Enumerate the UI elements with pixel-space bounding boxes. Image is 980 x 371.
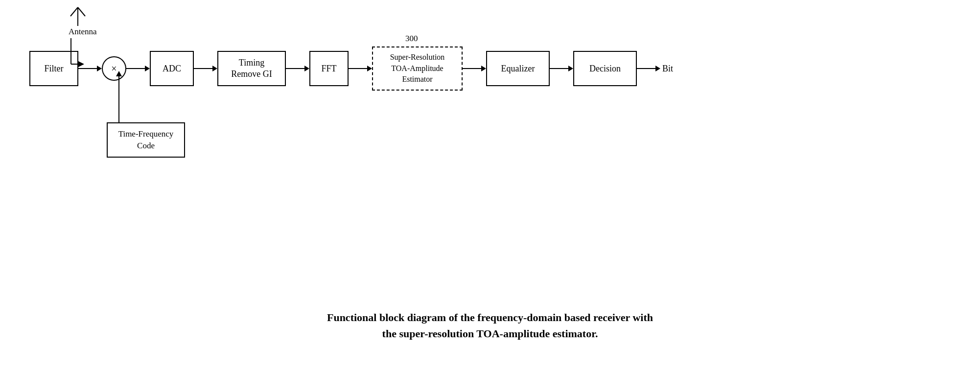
equalizer-block: Equalizer [486,51,550,86]
arrow-multiply-adc [126,66,150,71]
timing-remove-block: TimingRemove GI [217,51,286,86]
arrow-filter-multiply [78,66,102,71]
fft-block: FFT [309,51,349,86]
label-300: 300 [405,34,418,44]
diagram-container: Filter × ADC TimingRemove GI [29,15,950,220]
arrow-adc-timing [194,66,217,71]
multiply-symbol: × [111,63,117,74]
decision-label: Decision [589,64,621,74]
fft-label: FFT [321,64,336,74]
equalizer-label: Equalizer [501,64,535,74]
caption-line2: the super-resolution TOA-amplitude estim… [49,325,931,342]
multiply-block: × [102,56,126,81]
main-flow-row: Filter × ADC TimingRemove GI [29,46,673,91]
arrow-equalizer-decision [550,66,573,71]
super-resolution-label: Super-ResolutionTOA-AmplitudeEstimator [390,52,445,85]
bit-label: Bit [662,64,673,74]
caption: Functional block diagram of the frequenc… [0,309,980,342]
timing-remove-label: TimingRemove GI [231,57,272,80]
arrow-fft-super [349,66,372,71]
super-resolution-container: 300 Super-ResolutionTOA-AmplitudeEstimat… [372,46,463,91]
tf-code-label-2: Time-FrequencyCode [118,128,174,152]
adc-block: ADC [150,51,194,86]
filter-block: Filter [29,51,78,86]
tf-code-block-positioned: Time-FrequencyCode [107,122,185,158]
decision-block: Decision [573,51,637,86]
adc-label: ADC [163,64,181,74]
arrow-timing-fft [286,66,309,71]
caption-line1: Functional block diagram of the frequenc… [49,309,931,325]
arrow-super-equalizer [463,66,486,71]
filter-label: Filter [45,64,64,74]
connector-svg [29,15,950,220]
arrow-decision-out [637,66,660,71]
super-resolution-block: Super-ResolutionTOA-AmplitudeEstimator [372,46,463,91]
